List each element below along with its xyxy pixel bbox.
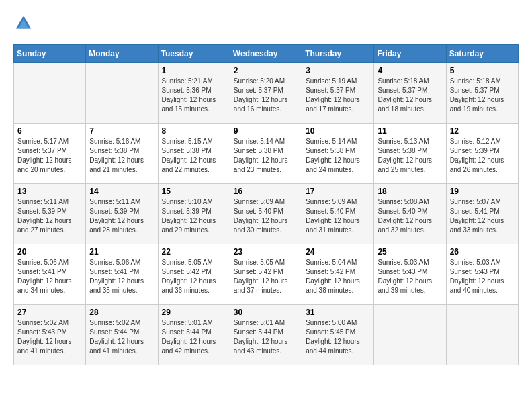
weekday-header: Tuesday [158, 45, 230, 63]
logo [13, 13, 38, 34]
day-number: 24 [306, 247, 370, 257]
calendar-cell: 25Sunrise: 5:03 AMSunset: 5:43 PMDayligh… [374, 244, 446, 305]
page-header [13, 13, 519, 34]
day-number: 16 [234, 187, 298, 196]
calendar-cell: 8Sunrise: 5:15 AMSunset: 5:38 PMDaylight… [158, 124, 230, 184]
day-info: Sunrise: 5:09 AMSunset: 5:40 PMDaylight:… [306, 197, 370, 235]
calendar-cell: 21Sunrise: 5:06 AMSunset: 5:41 PMDayligh… [86, 244, 158, 305]
calendar-cell: 13Sunrise: 5:11 AMSunset: 5:39 PMDayligh… [14, 184, 86, 244]
calendar-cell [14, 63, 86, 124]
calendar-week-row: 27Sunrise: 5:02 AMSunset: 5:43 PMDayligh… [14, 305, 519, 365]
calendar-cell [374, 305, 446, 365]
day-info: Sunrise: 5:07 AMSunset: 5:41 PMDaylight:… [450, 197, 515, 235]
day-info: Sunrise: 5:01 AMSunset: 5:44 PMDaylight:… [234, 318, 298, 356]
calendar-cell: 29Sunrise: 5:01 AMSunset: 5:44 PMDayligh… [158, 305, 230, 365]
day-info: Sunrise: 5:10 AMSunset: 5:39 PMDaylight:… [162, 197, 226, 235]
calendar-cell: 18Sunrise: 5:08 AMSunset: 5:40 PMDayligh… [374, 184, 446, 244]
day-info: Sunrise: 5:11 AMSunset: 5:39 PMDaylight:… [89, 197, 154, 235]
day-number: 29 [162, 308, 226, 317]
weekday-row: SundayMondayTuesdayWednesdayThursdayFrid… [14, 45, 519, 63]
calendar-cell: 28Sunrise: 5:02 AMSunset: 5:44 PMDayligh… [86, 305, 158, 365]
day-number: 15 [162, 187, 226, 196]
day-number: 5 [450, 66, 515, 75]
day-number: 1 [162, 66, 226, 75]
day-number: 11 [378, 126, 442, 136]
day-info: Sunrise: 5:13 AMSunset: 5:38 PMDaylight:… [378, 137, 442, 175]
weekday-header: Monday [86, 45, 158, 63]
day-info: Sunrise: 5:06 AMSunset: 5:41 PMDaylight:… [17, 258, 82, 295]
day-info: Sunrise: 5:03 AMSunset: 5:43 PMDaylight:… [378, 258, 442, 295]
calendar-cell: 15Sunrise: 5:10 AMSunset: 5:39 PMDayligh… [158, 184, 230, 244]
calendar-cell: 30Sunrise: 5:01 AMSunset: 5:44 PMDayligh… [230, 305, 302, 365]
day-number: 23 [234, 247, 298, 257]
calendar-cell [86, 63, 158, 124]
calendar-cell: 19Sunrise: 5:07 AMSunset: 5:41 PMDayligh… [446, 184, 518, 244]
day-info: Sunrise: 5:17 AMSunset: 5:37 PMDaylight:… [17, 137, 82, 175]
day-info: Sunrise: 5:12 AMSunset: 5:39 PMDaylight:… [450, 137, 515, 175]
day-info: Sunrise: 5:06 AMSunset: 5:41 PMDaylight:… [89, 258, 154, 295]
weekday-header: Wednesday [230, 45, 302, 63]
day-info: Sunrise: 5:00 AMSunset: 5:45 PMDaylight:… [306, 318, 370, 356]
day-info: Sunrise: 5:14 AMSunset: 5:38 PMDaylight:… [306, 137, 370, 175]
calendar-week-row: 13Sunrise: 5:11 AMSunset: 5:39 PMDayligh… [14, 184, 519, 244]
calendar-week-row: 20Sunrise: 5:06 AMSunset: 5:41 PMDayligh… [14, 244, 519, 305]
weekday-header: Saturday [446, 45, 518, 63]
calendar-week-row: 1Sunrise: 5:21 AMSunset: 5:36 PMDaylight… [14, 63, 519, 124]
day-number: 26 [450, 247, 515, 257]
calendar-cell [446, 305, 518, 365]
weekday-header: Sunday [14, 45, 86, 63]
day-number: 2 [234, 66, 298, 75]
day-number: 9 [234, 126, 298, 136]
day-number: 30 [234, 308, 298, 317]
calendar-cell: 16Sunrise: 5:09 AMSunset: 5:40 PMDayligh… [230, 184, 302, 244]
day-info: Sunrise: 5:02 AMSunset: 5:44 PMDaylight:… [89, 318, 154, 356]
calendar-cell: 7Sunrise: 5:16 AMSunset: 5:38 PMDaylight… [86, 124, 158, 184]
day-info: Sunrise: 5:05 AMSunset: 5:42 PMDaylight:… [234, 258, 298, 295]
calendar-cell: 17Sunrise: 5:09 AMSunset: 5:40 PMDayligh… [302, 184, 374, 244]
calendar-cell: 4Sunrise: 5:18 AMSunset: 5:37 PMDaylight… [374, 63, 446, 124]
day-number: 12 [450, 126, 515, 136]
weekday-header: Thursday [302, 45, 374, 63]
day-number: 3 [306, 66, 370, 75]
day-number: 6 [17, 126, 82, 136]
day-number: 14 [89, 187, 154, 196]
day-number: 17 [306, 187, 370, 196]
day-info: Sunrise: 5:19 AMSunset: 5:37 PMDaylight:… [306, 77, 370, 114]
calendar-cell: 20Sunrise: 5:06 AMSunset: 5:41 PMDayligh… [14, 244, 86, 305]
calendar-cell: 2Sunrise: 5:20 AMSunset: 5:37 PMDaylight… [230, 63, 302, 124]
day-info: Sunrise: 5:03 AMSunset: 5:43 PMDaylight:… [450, 258, 515, 295]
day-number: 13 [17, 187, 82, 196]
day-number: 10 [306, 126, 370, 136]
calendar-cell: 31Sunrise: 5:00 AMSunset: 5:45 PMDayligh… [302, 305, 374, 365]
day-info: Sunrise: 5:11 AMSunset: 5:39 PMDaylight:… [17, 197, 82, 235]
calendar-cell: 24Sunrise: 5:04 AMSunset: 5:42 PMDayligh… [302, 244, 374, 305]
day-number: 21 [89, 247, 154, 257]
calendar-table: SundayMondayTuesdayWednesdayThursdayFrid… [13, 44, 519, 365]
calendar-week-row: 6Sunrise: 5:17 AMSunset: 5:37 PMDaylight… [14, 124, 519, 184]
day-number: 31 [306, 308, 370, 317]
day-number: 22 [162, 247, 226, 257]
calendar-body: 1Sunrise: 5:21 AMSunset: 5:36 PMDaylight… [14, 63, 519, 365]
calendar-cell: 3Sunrise: 5:19 AMSunset: 5:37 PMDaylight… [302, 63, 374, 124]
calendar-cell: 5Sunrise: 5:18 AMSunset: 5:37 PMDaylight… [446, 63, 518, 124]
logo-icon [13, 13, 34, 34]
calendar-cell: 10Sunrise: 5:14 AMSunset: 5:38 PMDayligh… [302, 124, 374, 184]
calendar-cell: 23Sunrise: 5:05 AMSunset: 5:42 PMDayligh… [230, 244, 302, 305]
day-number: 8 [162, 126, 226, 136]
day-info: Sunrise: 5:02 AMSunset: 5:43 PMDaylight:… [17, 318, 82, 356]
day-info: Sunrise: 5:05 AMSunset: 5:42 PMDaylight:… [162, 258, 226, 295]
calendar-cell: 1Sunrise: 5:21 AMSunset: 5:36 PMDaylight… [158, 63, 230, 124]
day-info: Sunrise: 5:14 AMSunset: 5:38 PMDaylight:… [234, 137, 298, 175]
day-info: Sunrise: 5:21 AMSunset: 5:36 PMDaylight:… [162, 77, 226, 114]
day-number: 20 [17, 247, 82, 257]
calendar-cell: 27Sunrise: 5:02 AMSunset: 5:43 PMDayligh… [14, 305, 86, 365]
day-number: 4 [378, 66, 442, 75]
day-number: 7 [89, 126, 154, 136]
calendar-cell: 22Sunrise: 5:05 AMSunset: 5:42 PMDayligh… [158, 244, 230, 305]
day-info: Sunrise: 5:18 AMSunset: 5:37 PMDaylight:… [450, 77, 515, 114]
day-info: Sunrise: 5:20 AMSunset: 5:37 PMDaylight:… [234, 77, 298, 114]
day-info: Sunrise: 5:18 AMSunset: 5:37 PMDaylight:… [378, 77, 442, 114]
day-number: 28 [89, 308, 154, 317]
day-number: 27 [17, 308, 82, 317]
day-info: Sunrise: 5:16 AMSunset: 5:38 PMDaylight:… [89, 137, 154, 175]
